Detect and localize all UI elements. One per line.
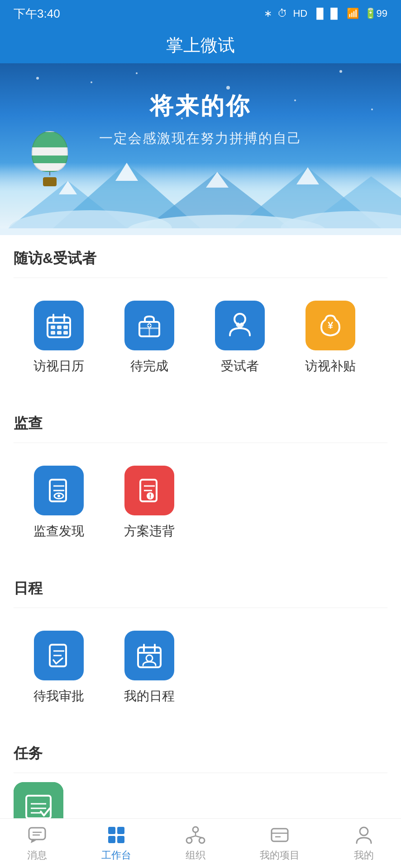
- svg-rect-22: [63, 331, 68, 335]
- nav-workbench[interactable]: 工作台: [92, 821, 140, 867]
- visit-section: 随访&受试者: [0, 235, 401, 393]
- schedule-icons-grid: 待我审批 我的日程: [0, 617, 401, 723]
- status-bar: 下午3:40 ∗ ⏱ HD ▐▌▐▌ 📶 🔋99: [0, 0, 401, 27]
- subsidy-label: 访视补贴: [305, 358, 356, 375]
- nav-my-projects-label: 我的项目: [260, 849, 300, 862]
- svg-point-29: [234, 314, 245, 325]
- monitor-find-label: 监查发现: [33, 523, 84, 540]
- nav-workbench-label: 工作台: [101, 849, 131, 862]
- svg-rect-18: [57, 326, 62, 329]
- bottom-nav: 消息 工作台 组织 我的项目: [0, 818, 401, 868]
- svg-line-65: [189, 836, 196, 838]
- monitor-section: 监查 监查发现: [0, 400, 401, 558]
- svg-text:¥: ¥: [328, 320, 334, 331]
- banner-title: 将来的你: [150, 90, 251, 122]
- balloon-rope: [49, 172, 50, 175]
- card-icon: [270, 825, 290, 845]
- monitor-find-icon-box: [34, 466, 84, 515]
- bluetooth-icon: ∗: [264, 8, 272, 19]
- alarm-icon: ⏱: [277, 8, 287, 19]
- grid-icon: [106, 825, 126, 845]
- org-icon: [186, 825, 205, 845]
- svg-rect-44: [138, 647, 161, 667]
- my-schedule-label: 我的日程: [124, 688, 175, 705]
- svg-point-48: [146, 655, 153, 661]
- visit-calendar-item[interactable]: 访视日历: [14, 296, 104, 379]
- balloon-body: [32, 131, 68, 172]
- calendar-icon: [45, 312, 72, 339]
- nav-my-projects[interactable]: 我的项目: [251, 821, 309, 867]
- monitor-icons-grid: 监查发现 ! 方案违背: [0, 452, 401, 558]
- svg-rect-67: [272, 829, 288, 841]
- svg-rect-59: [108, 836, 115, 843]
- visit-calendar-label: 访视日历: [33, 358, 84, 375]
- svg-rect-57: [108, 827, 115, 834]
- svg-rect-19: [63, 326, 68, 329]
- app-title: 掌上微试: [166, 34, 235, 57]
- pending-icon-box: [124, 301, 174, 350]
- svg-point-35: [57, 495, 60, 497]
- main-content: 随访&受试者: [0, 235, 401, 841]
- visit-icons-grid: 访视日历 待完成: [0, 287, 401, 393]
- svg-line-66: [196, 836, 202, 838]
- wifi-icon: 📶: [347, 8, 359, 19]
- app-header: 掌上微试: [0, 27, 401, 63]
- schedule-section-title: 日程: [0, 565, 401, 599]
- pending-approve-icon-box: [34, 631, 84, 680]
- protocol-dev-icon-box: !: [124, 466, 174, 515]
- protocol-dev-label: 方案违背: [124, 523, 175, 540]
- balloon-basket: [43, 177, 57, 186]
- hot-air-balloon: [27, 131, 72, 190]
- svg-rect-58: [117, 827, 124, 834]
- pending-label: 待完成: [130, 358, 168, 375]
- pending-approve-item[interactable]: 待我审批: [14, 626, 104, 709]
- person-heart-icon: [226, 312, 253, 339]
- hd-icon: HD: [293, 8, 307, 19]
- svg-rect-12: [0, 228, 401, 235]
- subsidy-item[interactable]: ¥ 访视补贴: [285, 296, 376, 379]
- nav-org[interactable]: 组织: [177, 821, 215, 867]
- doc-eye-icon: [45, 477, 72, 504]
- schedule-divider: [14, 608, 387, 608]
- svg-point-70: [360, 827, 368, 835]
- calendar-person-icon: [136, 642, 163, 669]
- person-icon: [354, 825, 374, 845]
- battery-icon: 🔋99: [364, 8, 387, 19]
- chat-icon: [27, 825, 47, 845]
- svg-point-61: [193, 827, 198, 832]
- doc-check-icon: [45, 642, 72, 669]
- status-icons: ∗ ⏱ HD ▐▌▐▌ 📶 🔋99: [264, 8, 387, 19]
- nav-messages[interactable]: 消息: [18, 821, 56, 867]
- protocol-dev-item[interactable]: ! 方案违背: [104, 461, 195, 544]
- visit-divider: [14, 278, 387, 278]
- my-schedule-icon-box: [124, 631, 174, 680]
- banner: 将来的你 一定会感激现在努力拼搏的自己: [0, 63, 401, 235]
- nav-mine-label: 我的: [354, 849, 374, 862]
- subsidy-icon-box: ¥: [306, 301, 355, 350]
- schedule-section: 日程 待我审批: [0, 565, 401, 723]
- suitcase-icon: [136, 312, 163, 339]
- tasks-section-title: 任务: [0, 730, 401, 764]
- nav-mine[interactable]: 我的: [345, 821, 383, 867]
- svg-point-63: [199, 838, 205, 843]
- my-schedule-item[interactable]: 我的日程: [104, 626, 195, 709]
- svg-rect-20: [51, 331, 55, 335]
- monitor-section-title: 监查: [0, 400, 401, 434]
- tasks-divider: [14, 773, 387, 773]
- subject-item[interactable]: 受试者: [195, 296, 285, 379]
- nav-messages-label: 消息: [27, 849, 47, 862]
- subject-label: 受试者: [221, 358, 259, 375]
- doc-warning-icon: !: [136, 477, 163, 504]
- monitor-divider: [14, 443, 387, 443]
- svg-rect-60: [117, 836, 124, 843]
- nav-org-label: 组织: [186, 849, 205, 862]
- svg-rect-21: [57, 331, 62, 335]
- svg-point-62: [186, 838, 192, 843]
- monitor-find-item[interactable]: 监查发现: [14, 461, 104, 544]
- visit-calendar-icon-box: [34, 301, 84, 350]
- signal-icon: ▐▌▐▌: [313, 8, 341, 19]
- pending-item[interactable]: 待完成: [104, 296, 195, 379]
- subject-icon-box: [215, 301, 265, 350]
- svg-rect-17: [51, 326, 55, 329]
- money-bag-icon: ¥: [317, 312, 344, 339]
